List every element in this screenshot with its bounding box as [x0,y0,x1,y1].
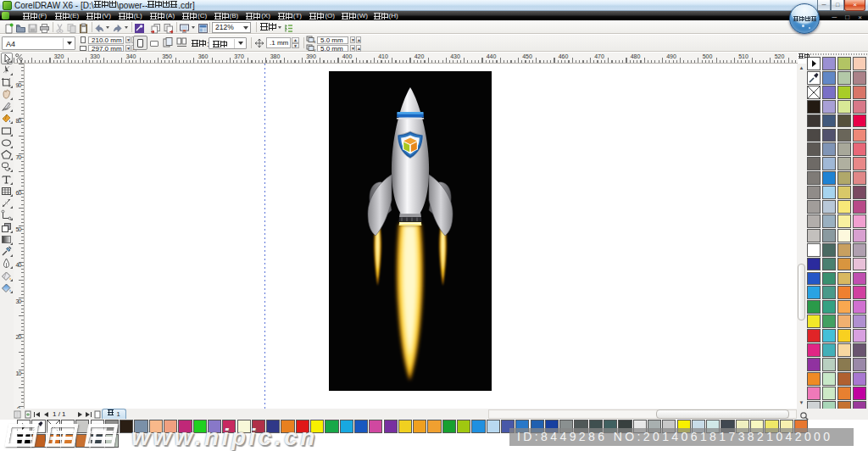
svg-text:x: x [314,39,316,43]
svg-text:y: y [314,47,316,52]
